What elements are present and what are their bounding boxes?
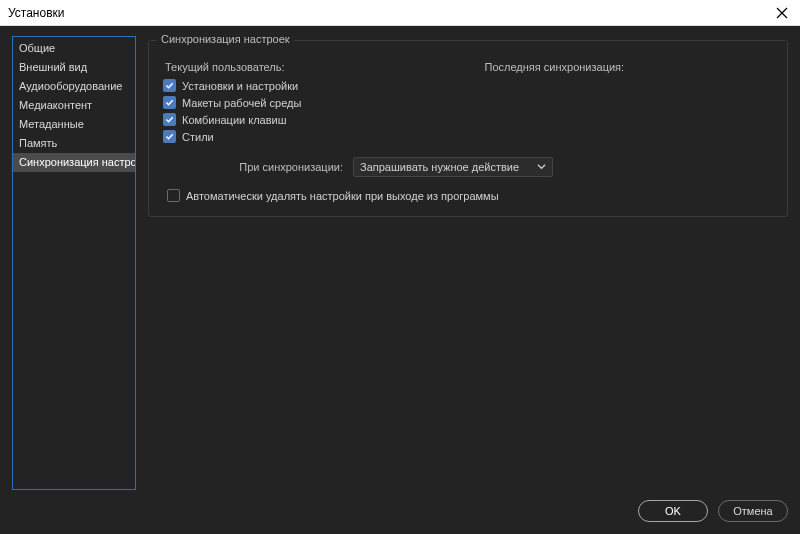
close-icon[interactable] <box>772 3 792 23</box>
auto-delete-row: Автоматически удалять настройки при выхо… <box>167 189 773 202</box>
dropdown-value: Запрашивать нужное действие <box>360 161 519 173</box>
sidebar-item-label: Аудиооборудование <box>19 80 122 92</box>
cancel-button[interactable]: Отмена <box>718 500 788 522</box>
on-sync-dropdown[interactable]: Запрашивать нужное действие <box>353 157 553 177</box>
sidebar: Общие Внешний вид Аудиооборудование Меди… <box>12 36 136 490</box>
sidebar-item-memory[interactable]: Память <box>13 134 135 153</box>
checkbox-shortcuts[interactable] <box>163 113 176 126</box>
main-panel: Синхронизация настроек Текущий пользоват… <box>148 36 788 490</box>
sidebar-item-appearance[interactable]: Внешний вид <box>13 58 135 77</box>
sidebar-item-metadata[interactable]: Метаданные <box>13 115 135 134</box>
sidebar-item-media[interactable]: Медиаконтент <box>13 96 135 115</box>
sidebar-item-label: Метаданные <box>19 118 84 130</box>
sidebar-item-sync-settings[interactable]: Синхронизация настроек <box>13 153 135 172</box>
checkbox-label: Стили <box>182 131 214 143</box>
content-row: Общие Внешний вид Аудиооборудование Меди… <box>12 36 788 490</box>
sidebar-item-audio[interactable]: Аудиооборудование <box>13 77 135 96</box>
checkbox-row-shortcuts: Комбинации клавиш <box>163 113 773 126</box>
button-label: Отмена <box>733 505 772 517</box>
last-sync-label: Последняя синхронизация: <box>485 61 625 73</box>
checkbox-auto-delete[interactable] <box>167 189 180 202</box>
button-label: OK <box>665 505 681 517</box>
sidebar-item-label: Общие <box>19 42 55 54</box>
sidebar-item-label: Синхронизация настроек <box>19 156 135 168</box>
sidebar-item-label: Память <box>19 137 57 149</box>
header-labels: Текущий пользователь: Последняя синхрони… <box>163 61 773 73</box>
checkbox-styles[interactable] <box>163 130 176 143</box>
chevron-down-icon <box>537 161 546 173</box>
ok-button[interactable]: OK <box>638 500 708 522</box>
checkbox-label: Макеты рабочей среды <box>182 97 301 109</box>
on-sync-label: При синхронизации: <box>163 161 353 173</box>
sidebar-item-label: Внешний вид <box>19 61 87 73</box>
window-title: Установки <box>8 6 772 20</box>
dialog-body: Общие Внешний вид Аудиооборудование Меди… <box>0 26 800 534</box>
checkbox-row-prefs: Установки и настройки <box>163 79 773 92</box>
sync-settings-group: Синхронизация настроек Текущий пользоват… <box>148 40 788 217</box>
checkbox-row-styles: Стили <box>163 130 773 143</box>
checkbox-row-workspace: Макеты рабочей среды <box>163 96 773 109</box>
group-title: Синхронизация настроек <box>157 33 294 45</box>
checkbox-workspace[interactable] <box>163 96 176 109</box>
sidebar-item-label: Медиаконтент <box>19 99 92 111</box>
checkbox-label: Автоматически удалять настройки при выхо… <box>186 190 499 202</box>
checkbox-prefs[interactable] <box>163 79 176 92</box>
checkbox-label: Комбинации клавиш <box>182 114 287 126</box>
dialog-footer: OK Отмена <box>12 490 788 522</box>
current-user-label: Текущий пользователь: <box>163 61 285 73</box>
on-sync-row: При синхронизации: Запрашивать нужное де… <box>163 157 773 177</box>
sidebar-item-general[interactable]: Общие <box>13 39 135 58</box>
titlebar: Установки <box>0 0 800 26</box>
checkbox-label: Установки и настройки <box>182 80 298 92</box>
